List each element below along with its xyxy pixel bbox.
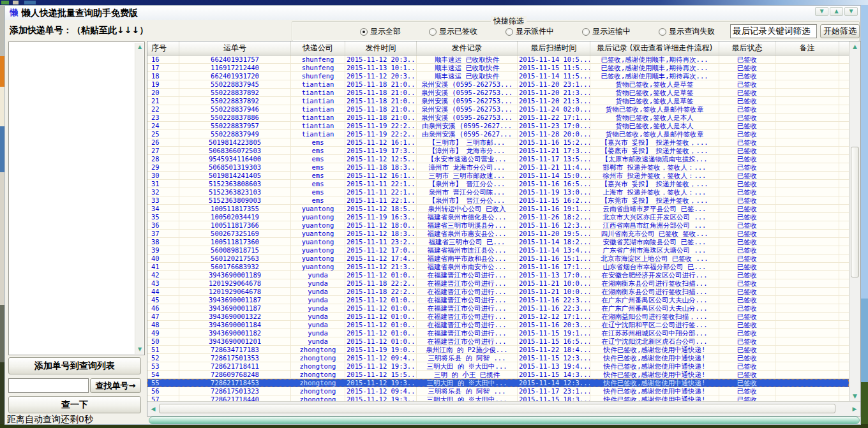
query-button[interactable]: 查一下 [8,396,141,413]
scroll-up-icon[interactable]: ▲ [849,41,860,52]
radio-show-query-failed[interactable]: 显示查询失败 [659,26,715,37]
table-cell: 已签收 [719,64,775,72]
table-row[interactable]: 56728617501323zhongtong2015-11-12 09:4..… [147,387,849,395]
table-cell: 2015-11-12 17:4... [345,255,417,263]
table-row[interactable]: 55728621718453zhongtong2015-11-12 19:3..… [147,379,849,387]
table-cell: 2015-11-19 16:3... [345,213,417,221]
table-row[interactable]: 463943690001187yunda2015-11-12 01:0...在福… [147,304,849,313]
table-cell: 2015-11-16 16:5... [518,180,590,188]
table-row[interactable]: 24550228837957tiantian2015-11-19 22:2...… [147,122,849,130]
table-row[interactable]: 325152363823103ems2015-11-11 22:1...泉州市 … [147,188,849,196]
table-cell: 已签收 [719,72,775,80]
table-row[interactable]: 453943690001187yunda2015-11-12 01:0...在福… [147,296,849,304]
column-header[interactable]: 序号 [147,41,179,55]
table-row[interactable]: 265019814223805ems2015-11-12 16:1...【三明市… [147,138,849,147]
column-header[interactable]: 快递公司 [291,41,345,55]
table-row[interactable]: 21550228837892tiantian2015-11-18 21:0...… [147,97,849,105]
column-header[interactable]: 最后扫描时间 [518,41,590,55]
horizontal-scroll-thumb[interactable] [159,404,835,413]
table-cell [775,246,839,255]
table-row[interactable]: 289545934116400ems2015-11-12 12:5...【永安市… [147,155,849,163]
table-row[interactable]: 57728621718440zhongtong2015-11-12 19:3..… [147,395,849,401]
table-row[interactable]: 36100511817366yuantong2015-11-12 18:0...… [147,221,849,230]
find-number-input[interactable] [8,378,89,393]
table-row[interactable]: 39560089818715yuantong2015-11-12 17:0...… [147,246,849,255]
table-row[interactable]: 22550228837946tiantian2015-11-18 21:0...… [147,105,849,114]
table-row[interactable]: 18662401931720shunfeng2015-11-12 20:3...… [147,72,849,80]
table-row[interactable]: 17116917212440shunfeng2015-11-13 10:1...… [147,64,849,72]
column-header[interactable]: 运单号 [179,41,291,55]
table-cell: 3943690001322 [179,313,291,321]
window-button-3[interactable]: ▼ [844,7,858,16]
column-header[interactable]: 发件时间 [345,41,417,55]
table-row[interactable]: 295068501319303ems2015-11-18 18:3...漳州市 … [147,163,849,172]
start-filter-button[interactable]: 开始筛选 [820,24,860,38]
table-row[interactable]: 52728617501353zhongtong2015-11-12 09:4..… [147,354,849,362]
table-cell: 2015-11-12 20:3... [345,72,417,80]
table-row[interactable]: 275068366072503ems2015-11-19 17:3...【漳州市… [147,147,849,155]
find-number-button[interactable]: 查找单号→ [90,378,141,393]
column-header[interactable]: 最后记录 (双击查看详细走件流程) [590,41,719,55]
scroll-left-icon[interactable]: ◀ [148,404,158,414]
table-row[interactable]: 20550228837892tiantian2015-11-18 21:0...… [147,89,849,97]
scroll-up-icon[interactable]: ▲ [135,43,144,52]
table-row[interactable]: 423943690001189yunda2015-11-12 01:0...在福… [147,271,849,279]
table-cell: 2015-11-19 19:0... [345,346,417,354]
table-row[interactable]: 503943690001201yunda2015-11-12 01:0...在福… [147,337,849,346]
table-row[interactable]: 16662401931757shunfeng2015-11-12 20:3...… [147,55,849,64]
window-button-2[interactable]: ▲ [830,7,843,16]
table-cell [775,279,839,288]
column-header[interactable]: 最后状态 [719,41,775,55]
table-row[interactable]: 41560176683932yuantong2015-11-12 21:3...… [147,263,849,271]
radio-show-delivering[interactable]: 显示派件中 [505,26,554,37]
auto-query-countdown: 距离自动查询还剩0秒 [7,414,93,425]
table-row[interactable]: 305019814241405ems2015-11-12 16:1...三明市 … [147,172,849,180]
radio-show-all[interactable]: 显示全部 [360,26,401,37]
table-row[interactable]: 473943690001322yunda2015-11-12 01:0...在福… [147,313,849,321]
table-cell: 2015-11-12 18:3... [345,230,417,238]
table-row[interactable]: 37500267325169yuantong2015-11-12 18:3...… [147,230,849,238]
table-row[interactable]: 54728609768248zhongtong2015-11-12 15:5..… [147,371,849,379]
table-row[interactable]: 441201929064678yunda2015-11-18 22:2...在福… [147,288,849,296]
scroll-down-icon[interactable]: ▼ [135,345,144,354]
horizontal-scrollbar[interactable]: ◀ ▶ [147,401,860,416]
table-row[interactable]: 493943690001182yunda2015-11-12 01:0...在福… [147,329,849,337]
vertical-scroll-thumb[interactable] [851,147,859,277]
table-cell: 2015-11-21 17:3... [518,147,590,155]
scroll-right-icon[interactable]: ▶ [849,404,860,414]
table-row[interactable]: 51728634717183zhongtong2015-11-19 19:0..… [147,346,849,354]
scroll-down-icon[interactable]: ▼ [849,391,860,401]
table-row[interactable]: 40560120217563yuantong2015-11-12 17:4...… [147,255,849,263]
table-cell [775,288,839,296]
title-bar[interactable]: 懒 懒人快递批量查询助手免费版 ▼ ▲ ▼ [5,6,860,20]
table-row[interactable]: 335152363809003ems2015-11-11 22:1...【泉州市… [147,196,849,205]
keyword-filter-input[interactable] [730,24,817,38]
column-header[interactable] [839,41,849,55]
table-cell: 已签收 [719,221,775,230]
column-header[interactable]: 备注 [775,41,839,55]
table-row[interactable]: 34100511817355yuantong2015-11-12 18:5...… [147,205,849,213]
window-button-1[interactable]: ▼ [815,7,828,16]
table-row[interactable]: 483943690001184yunda2015-11-12 01:0...在福… [147,321,849,329]
column-header[interactable]: 发件记录 [417,41,518,55]
table-cell: 货物已签收,签收人是邮件签收章 [590,105,719,114]
textarea-scrollbar[interactable]: ▲ ▼ [135,43,144,354]
table-cell: 已签收 [719,55,775,64]
radio-show-in-transit[interactable]: 显示运输中 [582,26,631,37]
tracking-numbers-textarea[interactable]: ▲ ▼ [8,41,145,355]
vertical-scrollbar[interactable]: ▲ ▼ [849,41,860,401]
table-row[interactable]: 25550228837949tiantian2015-11-19 22:2...… [147,130,849,138]
table-row[interactable]: 53728621718411zhongtong2015-11-12 19:3..… [147,362,849,371]
table-row[interactable]: 23550228837886tiantian2015-11-18 21:0...… [147,114,849,122]
table-row[interactable]: 431201929064678yunda2015-11-18 22:2...在福… [147,279,849,288]
table-cell: 漳州市 龙海市分公司... [417,163,518,172]
radio-show-signed[interactable]: 显示已签收 [429,26,477,37]
table-row[interactable]: 315152363808603ems2015-11-11 22:1...【泉州市… [147,180,849,188]
table-cell: 5152363823103 [179,188,291,196]
table-row[interactable]: 35100502034419yuantong2015-11-19 16:3...… [147,213,849,221]
table-row[interactable]: 19550228837945tiantian2015-11-18 21:0...… [147,80,849,89]
table-row[interactable]: 38100511817360yuantong2015-11-11 23:2...… [147,238,849,246]
add-to-query-list-button[interactable]: 添加单号到查询列表 [8,357,141,374]
table-cell [839,354,849,362]
table-cell [839,238,849,246]
